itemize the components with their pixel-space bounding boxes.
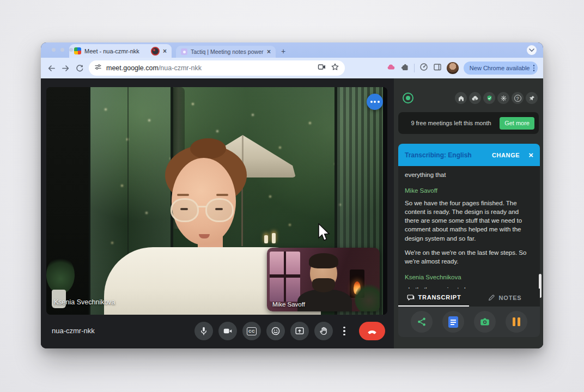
free-meetings-banner: 9 free meetings left this month Get more xyxy=(398,112,539,134)
chrome-update-button[interactable]: New Chrome available xyxy=(464,62,538,75)
more-options-button[interactable] xyxy=(338,322,350,340)
share-button[interactable] xyxy=(411,311,433,333)
extensions-puzzle-icon[interactable] xyxy=(400,63,409,74)
google-docs-icon xyxy=(448,316,458,328)
toolbar-divider xyxy=(414,64,415,72)
help-glyph: ? xyxy=(514,95,521,102)
meet-control-bar: nua-czmr-nkk CC xyxy=(41,315,394,348)
back-icon[interactable] xyxy=(46,63,56,73)
pin-icon[interactable] xyxy=(526,92,538,104)
video-letterbox-left xyxy=(46,87,89,315)
pip-name-label: Mike Savoff xyxy=(272,301,305,308)
browser-window: Meet - nua-czmr-nkk × Tactiq | Meeting n… xyxy=(41,42,543,348)
new-tab-button[interactable]: + xyxy=(281,47,285,56)
video-stage: Ksenia Svechnikova Mike Savoff nua-czmr-… xyxy=(41,78,394,348)
tab-notes-label: NOTES xyxy=(499,295,522,301)
transcribing-banner: Transcribing: English CHANGE × xyxy=(398,144,540,166)
main-video-tile[interactable]: Ksenia Svechnikova Mike Savoff xyxy=(46,87,387,315)
transcript-panel[interactable]: everything that Mike Savoff So we have t… xyxy=(398,166,540,289)
pip-participant-shoulders xyxy=(297,289,352,311)
address-bar[interactable]: meet.google.com/nua-czmr-nkk xyxy=(89,60,345,76)
end-call-button[interactable] xyxy=(359,322,385,340)
recording-indicator-icon xyxy=(151,47,160,56)
tab-notes[interactable]: NOTES xyxy=(469,289,540,307)
candles xyxy=(264,233,276,243)
participant-hair-bun xyxy=(190,138,226,159)
tab-transcript-label: TRANSCRIPT xyxy=(418,294,461,301)
glasses-bridge xyxy=(198,206,206,207)
home-icon[interactable] xyxy=(455,92,467,104)
present-button[interactable] xyxy=(290,322,309,340)
tactiq-tabs: TRANSCRIPT NOTES xyxy=(398,289,540,307)
open-docs-button[interactable] xyxy=(442,311,464,333)
meeting-code-label: nua-czmr-nkk xyxy=(52,327,95,335)
bookmark-star-icon[interactable] xyxy=(331,63,339,74)
pause-icon xyxy=(513,317,520,326)
reactions-button[interactable] xyxy=(266,322,285,340)
transcript-fragment: everything that xyxy=(405,170,533,179)
tab-search-chevron-icon[interactable] xyxy=(527,45,537,55)
camera-permission-icon[interactable] xyxy=(318,63,326,73)
tab-meet[interactable]: Meet - nua-czmr-nkk × xyxy=(69,44,172,58)
window-controls[interactable] xyxy=(52,48,73,52)
captions-icon: CC xyxy=(247,327,257,335)
tactiq-header-icons: ? xyxy=(455,92,538,104)
site-settings-icon[interactable] xyxy=(94,63,102,73)
glasses-lens xyxy=(171,198,199,222)
reload-icon[interactable] xyxy=(75,63,84,73)
camera-button[interactable] xyxy=(218,322,237,340)
gear-icon[interactable] xyxy=(497,92,509,104)
pip-plant-decoration xyxy=(355,283,380,311)
side-panel-icon[interactable] xyxy=(433,63,442,74)
help-icon[interactable]: ? xyxy=(512,92,524,104)
shield-check-icon[interactable] xyxy=(483,92,495,104)
change-language-button[interactable]: CHANGE xyxy=(492,152,520,158)
pause-button[interactable] xyxy=(506,311,527,333)
chat-bubble-overlay-icon[interactable] xyxy=(367,94,383,110)
forward-icon[interactable] xyxy=(60,63,70,73)
participant-eye xyxy=(215,208,223,210)
close-tab-icon[interactable]: × xyxy=(267,48,271,55)
tab-transcript[interactable]: TRANSCRIPT xyxy=(398,289,469,307)
pip-video-tile[interactable]: Mike Savoff xyxy=(267,248,380,311)
get-more-button[interactable]: Get more xyxy=(500,117,534,130)
mic-button[interactable] xyxy=(194,322,213,340)
browser-menu-icon[interactable] xyxy=(533,65,535,71)
url-text[interactable]: meet.google.com/nua-czmr-nkk xyxy=(106,64,313,72)
tab-tactiq[interactable]: Tactiq | Meeting notes power × xyxy=(176,46,276,58)
toolbar-extensions: New Chrome available xyxy=(386,62,538,75)
tactiq-logo-icon xyxy=(403,93,413,103)
raise-hand-button[interactable] xyxy=(314,322,333,340)
transcript-speaker: Ksenia Svechnikova xyxy=(405,273,533,281)
call-controls: CC xyxy=(194,322,385,340)
participant-brow xyxy=(177,194,189,196)
mouse-cursor xyxy=(318,223,332,245)
tactiq-favicon-icon xyxy=(181,48,187,55)
screenshot-button[interactable] xyxy=(474,311,496,333)
transcript-paragraph: We're on the we're on the last few steps… xyxy=(405,248,533,266)
transcript-paragraph: So we have the four pages finished. The … xyxy=(405,199,533,242)
performance-icon[interactable] xyxy=(419,63,428,74)
chrome-update-label: New Chrome available xyxy=(470,65,530,71)
participant-name-label: Ksenia Svechnikova xyxy=(54,298,115,306)
tab-strip: Meet - nua-czmr-nkk × Tactiq | Meeting n… xyxy=(41,42,543,58)
cloud-upload-icon[interactable] xyxy=(469,92,481,104)
pip-participant-hair xyxy=(309,253,338,268)
tactiq-sidebar: ? 9 free meetings left this month Get mo… xyxy=(394,78,543,348)
pip-window-decoration xyxy=(270,252,300,302)
pip-participant-beard xyxy=(312,278,335,292)
meet-favicon-icon xyxy=(74,47,81,54)
free-meetings-text: 9 free meetings left this month xyxy=(403,119,500,127)
transcript-speaker: Mike Savoff xyxy=(405,186,533,195)
browser-toolbar: meet.google.com/nua-czmr-nkk xyxy=(41,58,543,78)
meet-page: Ksenia Svechnikova Mike Savoff nua-czmr-… xyxy=(41,78,543,348)
close-tab-icon[interactable]: × xyxy=(163,48,167,54)
tab-title: Tactiq | Meeting notes power xyxy=(191,48,264,55)
close-banner-icon[interactable]: × xyxy=(528,150,533,160)
meet-extension-icon[interactable] xyxy=(386,63,396,74)
glasses-lens xyxy=(205,198,234,222)
transcribing-label: Transcribing: English xyxy=(405,151,488,159)
participant-brow xyxy=(216,194,228,196)
captions-button[interactable]: CC xyxy=(242,322,261,340)
profile-avatar[interactable] xyxy=(447,62,459,74)
